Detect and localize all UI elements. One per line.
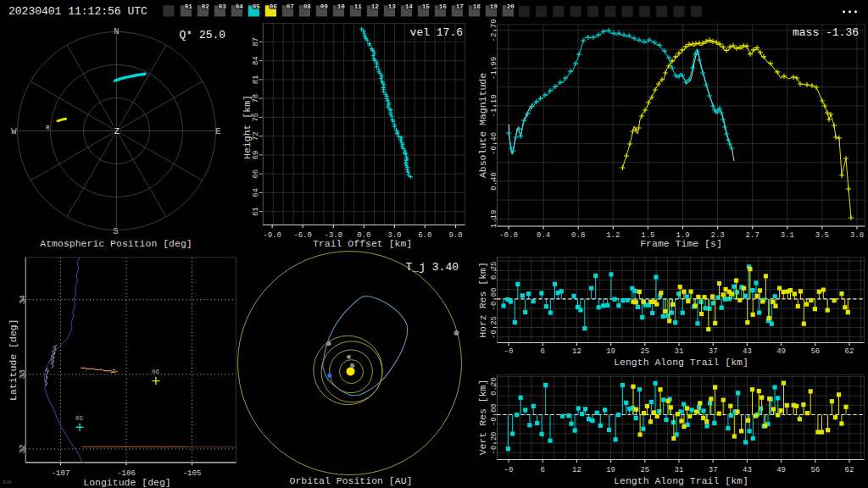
svg-text:Trail Offset [km]: Trail Offset [km] [313, 238, 412, 249]
svg-text:16: 16 [439, 3, 448, 10]
svg-text:72: 72 [252, 131, 260, 141]
svg-text:20: 20 [507, 3, 515, 10]
svg-text:06: 06 [270, 3, 278, 10]
svg-text:75: 75 [252, 113, 260, 122]
svg-text:12: 12 [371, 3, 380, 10]
svg-text:43: 43 [743, 466, 752, 474]
svg-text:17: 17 [456, 3, 464, 10]
svg-text:W: W [11, 126, 17, 136]
svg-text:Frame Time [s]: Frame Time [s] [640, 238, 722, 249]
svg-text:78: 78 [252, 94, 260, 103]
svg-text:15: 15 [422, 3, 431, 10]
svg-text:31: 31 [675, 347, 684, 356]
svg-text:05: 05 [75, 415, 84, 422]
svg-text:Horz Res [km]: Horz Res [km] [477, 262, 488, 338]
svg-text:3.1: 3.1 [781, 231, 794, 240]
svg-text:56: 56 [810, 347, 820, 356]
svg-text:-0: -0 [504, 466, 514, 474]
svg-text:vel 17.6: vel 17.6 [410, 26, 463, 39]
svg-text:20230401 11:12:56 UTC: 20230401 11:12:56 UTC [8, 5, 147, 18]
svg-text:Q* 25.0: Q* 25.0 [180, 29, 226, 42]
svg-text:08: 08 [303, 3, 312, 10]
svg-text:Atmospheric Position [deg]: Atmospheric Position [deg] [40, 238, 192, 249]
svg-text:mass -1.36: mass -1.36 [793, 26, 859, 39]
svg-text:Length Along Trail [km]: Length Along Trail [km] [614, 475, 748, 486]
svg-text:-0.0: -0.0 [499, 231, 518, 240]
svg-text:81: 81 [252, 75, 260, 84]
svg-text:9.0: 9.0 [448, 231, 462, 240]
svg-text:69: 69 [252, 150, 260, 159]
svg-text:19: 19 [606, 347, 615, 356]
svg-text:56: 56 [810, 466, 820, 474]
svg-text:11: 11 [354, 3, 363, 10]
svg-text:01: 01 [185, 3, 193, 10]
svg-text:37: 37 [709, 347, 718, 356]
svg-text:Orbital Position [AU]: Orbital Position [AU] [290, 475, 413, 486]
svg-text:49: 49 [776, 466, 786, 474]
svg-text:R: R [46, 125, 50, 131]
svg-text:18: 18 [473, 3, 481, 10]
svg-text:Length Along Trail [km]: Length Along Trail [km] [614, 357, 748, 368]
svg-text:05: 05 [253, 3, 261, 10]
svg-text:3.5: 3.5 [815, 231, 829, 240]
svg-text:S: S [113, 226, 118, 236]
svg-text:49: 49 [776, 347, 786, 356]
svg-text:E: E [215, 126, 220, 136]
svg-text:62: 62 [845, 347, 854, 356]
svg-text:02: 02 [202, 3, 210, 10]
svg-text:19: 19 [606, 466, 615, 474]
svg-text:03: 03 [219, 3, 227, 10]
svg-text:6: 6 [540, 466, 544, 474]
svg-text:N: N [114, 26, 119, 36]
svg-text:6.0: 6.0 [418, 231, 431, 240]
svg-text:Height [km]: Height [km] [242, 95, 253, 159]
svg-text:61: 61 [252, 207, 260, 216]
svg-text:64: 64 [252, 188, 260, 197]
svg-text:09: 09 [320, 3, 329, 10]
svg-text:3.8: 3.8 [850, 231, 864, 240]
svg-text:-105: -105 [183, 469, 202, 478]
svg-text:25: 25 [640, 347, 649, 356]
svg-text:66: 66 [252, 169, 260, 179]
svg-text:37: 37 [709, 466, 718, 474]
svg-text:-9.0: -9.0 [263, 231, 281, 240]
svg-text:Vert Res [km]: Vert Res [km] [477, 380, 488, 456]
svg-text:84: 84 [252, 56, 260, 65]
svg-text:2.7: 2.7 [746, 231, 760, 240]
svg-text:07: 07 [287, 3, 294, 10]
svg-text:19: 19 [490, 3, 498, 10]
svg-text:43: 43 [743, 347, 752, 356]
svg-text:06: 06 [152, 369, 160, 375]
svg-text:6: 6 [540, 347, 544, 356]
svg-text:31: 31 [675, 466, 684, 474]
svg-text:04: 04 [236, 3, 244, 10]
svg-text:Absolute Magnitude: Absolute Magnitude [477, 73, 488, 178]
svg-text:14: 14 [405, 3, 414, 10]
svg-text:T_j 3.40: T_j 3.40 [406, 261, 459, 274]
svg-text:62: 62 [845, 466, 854, 474]
svg-text:0.8: 0.8 [571, 231, 585, 240]
svg-text:-107: -107 [52, 469, 70, 478]
svg-text:13: 13 [388, 3, 397, 10]
svg-text:12: 12 [572, 347, 581, 356]
svg-text:-0: -0 [504, 347, 514, 356]
svg-text:Z: Z [114, 126, 120, 136]
svg-text:Latitude [deg]: Latitude [deg] [8, 319, 19, 401]
svg-text:-6.0: -6.0 [293, 231, 312, 240]
svg-text:25: 25 [640, 466, 649, 474]
svg-text:RJW: RJW [3, 480, 13, 485]
svg-text:0.4: 0.4 [537, 231, 550, 240]
svg-text:87: 87 [252, 37, 260, 47]
svg-text:10: 10 [337, 3, 346, 10]
svg-text:12: 12 [572, 466, 581, 474]
svg-text:Longitude [deg]: Longitude [deg] [83, 477, 171, 488]
svg-text:1.2: 1.2 [606, 231, 620, 240]
